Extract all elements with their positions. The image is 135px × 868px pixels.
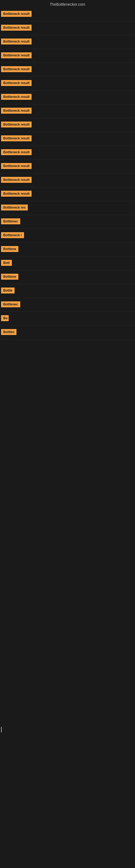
bottleneck-result-bar[interactable]: Bottleneck result bbox=[1, 108, 32, 114]
list-item: Bottleneck result bbox=[0, 174, 135, 187]
list-item: Bottleneck result bbox=[0, 63, 135, 77]
list-item: Bottlene bbox=[0, 271, 135, 284]
bottleneck-result-bar[interactable]: Bottlen bbox=[1, 329, 16, 335]
bottleneck-result-bar[interactable]: Bottlene bbox=[1, 274, 18, 280]
list-item: Bottlen bbox=[0, 326, 135, 340]
list-item: Bottleneck result bbox=[0, 8, 135, 22]
list-item: Bottlenec bbox=[0, 215, 135, 229]
bottleneck-result-bar[interactable]: Bottleneck result bbox=[1, 149, 32, 155]
bottleneck-result-bar[interactable]: Bottleneck result bbox=[1, 122, 32, 127]
bottleneck-result-bar[interactable]: Bottleneck result bbox=[1, 52, 32, 58]
bottleneck-result-bar[interactable]: Bottlene bbox=[1, 246, 18, 252]
list-item: Bottleneck result bbox=[0, 146, 135, 160]
list-item: Bottle bbox=[0, 284, 135, 298]
list-item: Bottleneck result bbox=[0, 104, 135, 118]
bottleneck-result-bar[interactable]: Bo bbox=[1, 315, 9, 321]
bottleneck-result-bar[interactable]: Bottlenec bbox=[1, 218, 20, 224]
list-item: Bottlenec bbox=[0, 298, 135, 312]
bottleneck-result-bar[interactable]: Bottleneck result bbox=[1, 38, 32, 44]
bottleneck-result-bar[interactable]: Bottleneck result bbox=[1, 135, 32, 141]
list-item: Bo bbox=[0, 312, 135, 326]
list-item: Bottleneck result bbox=[0, 132, 135, 146]
site-title: TheBottlenecker.com bbox=[0, 0, 135, 8]
list-item: Bott bbox=[0, 257, 135, 271]
list-item: Bottleneck result bbox=[0, 35, 135, 49]
bottleneck-result-bar[interactable]: Bottleneck res bbox=[1, 205, 28, 211]
bottleneck-result-bar[interactable]: Bottleneck result bbox=[1, 25, 32, 31]
list-item: Bottleneck result bbox=[0, 187, 135, 201]
list-item: Bottleneck res bbox=[0, 201, 135, 215]
bottleneck-result-bar[interactable]: Bottleneck result bbox=[1, 191, 32, 197]
bottleneck-result-bar[interactable]: Bott bbox=[1, 260, 12, 266]
bottleneck-result-bar[interactable]: Bottleneck result bbox=[1, 66, 32, 72]
bottleneck-result-bar[interactable]: Bottleneck result bbox=[1, 11, 32, 17]
list-item: Bottleneck result bbox=[0, 118, 135, 132]
cursor-line bbox=[1, 727, 2, 733]
list-item: Bottleneck result bbox=[0, 160, 135, 174]
list-item: Bottlene bbox=[0, 243, 135, 257]
bottleneck-result-bar[interactable]: Bottlenec bbox=[1, 301, 20, 307]
bottleneck-result-bar[interactable]: Bottleneck result bbox=[1, 94, 32, 100]
bottleneck-result-bar[interactable]: Bottle bbox=[1, 287, 14, 293]
bottleneck-result-bar[interactable]: Bottleneck result bbox=[1, 163, 32, 169]
bottleneck-result-bar[interactable]: Bottleneck r bbox=[1, 232, 24, 238]
list-item: Bottleneck result bbox=[0, 91, 135, 104]
bottleneck-result-bar[interactable]: Bottleneck result bbox=[1, 80, 32, 86]
bottleneck-result-bar[interactable]: Bottleneck result bbox=[1, 177, 32, 183]
list-item: Bottleneck result bbox=[0, 77, 135, 91]
list-item: Bottleneck result bbox=[0, 49, 135, 63]
list-item: Bottleneck r bbox=[0, 229, 135, 243]
list-item: Bottleneck result bbox=[0, 22, 135, 35]
